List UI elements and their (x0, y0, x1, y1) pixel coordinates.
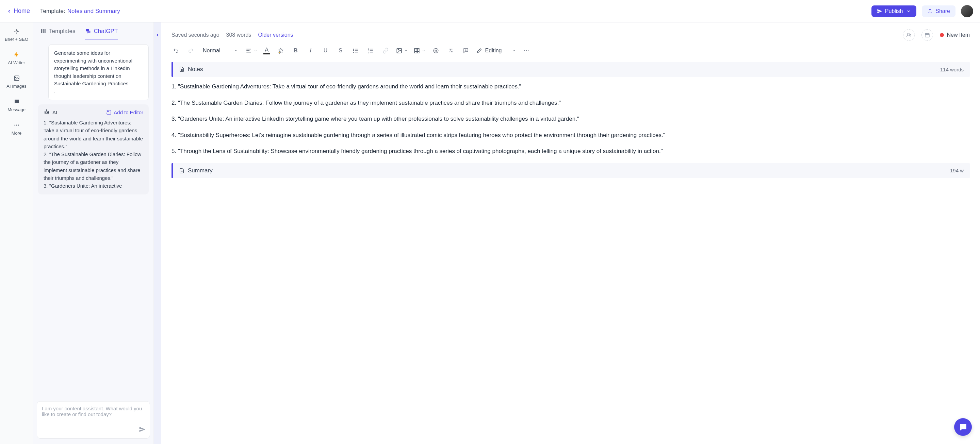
svg-rect-11 (41, 29, 42, 33)
undo-button[interactable] (172, 46, 180, 55)
add-collaborator[interactable] (903, 29, 915, 41)
tab-label: Templates (49, 28, 75, 35)
tab-chatgpt[interactable]: ChatGPT (85, 28, 118, 40)
notes-title: Notes (188, 66, 203, 73)
editing-mode-select[interactable]: Editing (476, 48, 516, 54)
chat-input[interactable] (42, 406, 145, 426)
bullet-list-button[interactable] (351, 46, 360, 55)
more-toolbar-button[interactable] (522, 46, 531, 55)
redo-button[interactable] (186, 46, 195, 55)
redo-icon (188, 48, 194, 54)
home-link[interactable]: Home (7, 8, 30, 14)
send-icon (139, 426, 146, 433)
paragraph[interactable]: 5. "Through the Lens of Sustainability: … (172, 147, 970, 156)
emoji-button[interactable] (431, 46, 440, 55)
rail-message[interactable]: Message (8, 98, 25, 112)
svg-point-18 (46, 110, 47, 111)
svg-point-7 (15, 77, 16, 78)
rail-ai-images[interactable]: AI Images (6, 75, 27, 89)
paragraph-style-select[interactable]: Normal (202, 48, 240, 54)
summary-word-count: 194 w (950, 168, 964, 173)
rail-label: Message (8, 107, 25, 112)
rail-label: AI Writer (8, 60, 25, 65)
highlight-button[interactable] (276, 46, 285, 55)
link-icon (382, 48, 388, 54)
chevron-down-icon (906, 9, 911, 14)
summary-block-header: Summary 194 w (172, 163, 970, 178)
tab-label: ChatGPT (94, 28, 118, 35)
svg-rect-12 (43, 29, 44, 33)
note-icon (179, 67, 185, 72)
chat-icon (85, 28, 91, 34)
italic-button[interactable]: I (306, 46, 315, 55)
clear-format-button[interactable] (447, 46, 455, 55)
list-ol-icon: 123 (368, 48, 374, 54)
image-icon (396, 48, 402, 54)
bold-button[interactable]: B (291, 46, 300, 55)
chevron-left-icon (7, 9, 11, 14)
document-body[interactable]: Notes 114 words 1. "Sustainable Gardenin… (161, 59, 980, 444)
paragraph[interactable]: 1. "Sustainable Gardening Adventures: Ta… (172, 82, 970, 91)
chat-scroll[interactable]: Generate some ideas for experimenting wi… (33, 40, 153, 401)
rail-ai-writer[interactable]: AI Writer (8, 51, 25, 65)
chevron-down-icon (422, 49, 425, 52)
strikethrough-button[interactable]: S (336, 46, 345, 55)
dots-icon (523, 48, 530, 54)
side-panel: Templates ChatGPT Generate some ideas fo… (33, 22, 154, 444)
new-item-status[interactable]: New Item (940, 32, 970, 38)
robot-icon (43, 109, 50, 115)
avatar[interactable] (961, 5, 973, 17)
numbered-list-button[interactable]: 123 (366, 46, 375, 55)
editor-meta: Saved seconds ago 308 words Older versio… (161, 22, 980, 43)
paragraph[interactable]: 2. "The Sustainable Garden Diaries: Foll… (172, 98, 970, 108)
notes-word-count: 114 words (940, 67, 964, 72)
chevron-down-icon (512, 49, 516, 53)
publish-button[interactable]: Publish (872, 5, 916, 17)
add-to-editor-button[interactable]: Add to Editor (106, 109, 143, 115)
svg-point-1 (16, 30, 18, 32)
comment-plus-icon (463, 48, 469, 54)
ai-label: AI (43, 109, 57, 115)
svg-point-32 (353, 52, 354, 53)
svg-point-43 (398, 49, 398, 50)
svg-text:3: 3 (368, 52, 369, 54)
link-button[interactable] (381, 46, 390, 55)
svg-point-10 (18, 125, 19, 126)
new-item-label: New Item (947, 32, 970, 38)
comment-button[interactable] (461, 46, 470, 55)
underline-button[interactable]: U (321, 46, 330, 55)
status-dot-icon (940, 33, 944, 37)
font-color-button[interactable]: A (263, 47, 270, 54)
older-versions-link[interactable]: Older versions (258, 32, 293, 38)
paragraph[interactable]: 3. "Gardeners Unite: An interactive Link… (172, 114, 970, 124)
user-message: Generate some ideas for experimenting wi… (48, 44, 149, 100)
emoji-icon (433, 48, 439, 54)
left-rail: Brief + SEO AI Writer AI Images Message … (0, 22, 33, 444)
template-name[interactable]: Notes and Summary (67, 8, 120, 14)
clear-format-icon (448, 48, 454, 54)
send-button[interactable] (139, 426, 146, 434)
table-insert-select[interactable] (414, 48, 425, 54)
rail-brief-seo[interactable]: Brief + SEO (5, 28, 28, 42)
editor-toolbar: Normal A B I U S 123 (161, 43, 980, 59)
calendar-icon (924, 32, 930, 38)
saved-status: Saved seconds ago (172, 32, 220, 38)
side-tabs: Templates ChatGPT (33, 22, 153, 40)
collapse-side-panel[interactable] (154, 22, 161, 444)
rail-more[interactable]: More (11, 122, 22, 136)
editor-pane: Saved seconds ago 308 words Older versio… (161, 22, 980, 444)
tab-templates[interactable]: Templates (40, 28, 75, 40)
templates-icon (40, 28, 46, 34)
schedule-button[interactable] (921, 29, 933, 41)
share-button[interactable]: Share (922, 5, 956, 17)
home-label: Home (14, 8, 30, 14)
paragraph[interactable]: 4. "Sustainability Superheroes: Let's re… (172, 131, 970, 140)
word-count: 308 words (226, 32, 251, 38)
svg-point-30 (353, 49, 354, 50)
image-insert-select[interactable] (396, 48, 408, 54)
ai-message: AI Add to Editor 1. "Sustainable Gardeni… (38, 105, 149, 195)
svg-rect-23 (925, 33, 929, 37)
intercom-chat-button[interactable] (954, 418, 972, 436)
import-icon (106, 109, 111, 115)
align-select[interactable] (246, 48, 257, 54)
